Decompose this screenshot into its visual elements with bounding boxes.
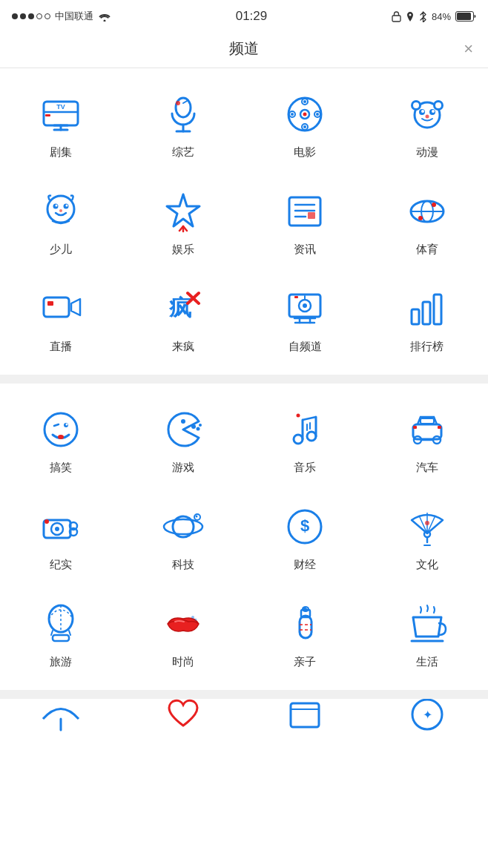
live-icon: [39, 287, 82, 330]
sports-icon-wrap: [403, 188, 451, 235]
svg-rect-50: [308, 212, 315, 219]
svg-text:$: $: [300, 516, 309, 535]
movie-icon-wrap: [281, 91, 329, 138]
car-label: 汽车: [416, 461, 438, 475]
travel-label: 旅游: [50, 655, 72, 669]
drama-label: 剧集: [50, 145, 72, 160]
channel-parent[interactable]: 亲子: [244, 585, 366, 683]
secondary-section: 搞笑 游戏: [0, 384, 488, 690]
ent-icon: [162, 190, 205, 233]
channel-car[interactable]: 汽车: [366, 391, 489, 488]
finance-label: 财经: [294, 558, 316, 572]
primary-grid: TV 剧集 综艺: [0, 76, 488, 367]
signal-dots: [12, 13, 50, 19]
svg-point-21: [303, 100, 306, 103]
parent-icon-wrap: [281, 600, 329, 648]
svg-point-55: [418, 216, 423, 220]
svg-rect-96: [413, 426, 417, 429]
finance-icon: $: [283, 505, 326, 548]
life-icon-wrap: [403, 600, 451, 648]
drama-icon-wrap: TV: [37, 91, 85, 138]
channel-life[interactable]: 生活: [366, 585, 489, 683]
rank-icon-wrap: [403, 285, 451, 332]
channel-music[interactable]: 音乐: [244, 391, 366, 488]
channel-fashion[interactable]: 时尚: [122, 585, 245, 683]
svg-point-40: [66, 205, 68, 207]
svg-rect-97: [438, 426, 441, 429]
close-button[interactable]: ×: [464, 41, 473, 57]
channel-drama[interactable]: TV 剧集: [0, 76, 122, 173]
svg-point-90: [297, 414, 300, 418]
svg-point-80: [191, 424, 196, 429]
svg-line-119: [51, 631, 53, 635]
extra1-icon: [39, 699, 82, 736]
wifi-icon: [98, 11, 111, 22]
mychan-icon-wrap: [281, 285, 329, 332]
channel-variety[interactable]: 综艺: [122, 76, 245, 173]
anime-icon: [406, 93, 449, 136]
channel-mychan[interactable]: 自频道: [244, 270, 366, 367]
svg-rect-72: [423, 302, 430, 324]
dot1: [12, 13, 18, 19]
svg-point-29: [413, 102, 419, 108]
channel-culture[interactable]: 文化: [366, 488, 489, 585]
funny-label: 搞笑: [50, 461, 72, 475]
game-icon: [162, 408, 205, 451]
svg-point-13: [176, 101, 180, 105]
live-label: 直播: [50, 340, 72, 354]
game-icon-wrap: [159, 406, 207, 453]
channel-news[interactable]: 资讯: [244, 173, 366, 270]
drama-icon: TV: [39, 93, 82, 136]
svg-marker-42: [167, 194, 200, 226]
doc-icon-wrap: [37, 503, 85, 550]
channel-anime[interactable]: 动漫: [366, 76, 489, 173]
svg-point-79: [181, 419, 185, 424]
svg-rect-58: [47, 301, 53, 306]
svg-rect-121: [53, 635, 69, 641]
svg-point-124: [194, 619, 197, 621]
svg-point-41: [59, 209, 62, 212]
variety-icon-wrap: [159, 91, 207, 138]
channel-tech[interactable]: 科技: [122, 488, 245, 585]
ent-label: 娱乐: [172, 243, 194, 257]
svg-point-35: [425, 115, 429, 119]
channel-crazy[interactable]: 疯 来疯: [122, 270, 245, 367]
rank-label: 排行榜: [410, 340, 444, 354]
music-icon-wrap: [281, 406, 329, 453]
section-divider: [0, 375, 488, 384]
svg-text:✦: ✦: [422, 708, 432, 721]
movie-icon: [283, 93, 326, 136]
svg-point-82: [199, 424, 202, 427]
car-icon: [406, 408, 449, 451]
channel-doc[interactable]: 纪实: [0, 488, 122, 585]
channel-travel[interactable]: 旅游: [0, 585, 122, 683]
svg-point-22: [303, 125, 306, 128]
channel-extra3[interactable]: [244, 699, 366, 736]
channel-rank[interactable]: 排行榜: [366, 270, 489, 367]
channel-extra1[interactable]: [0, 699, 122, 736]
channel-sports[interactable]: 体育: [366, 173, 489, 270]
channel-finance[interactable]: $ 财经: [244, 488, 366, 585]
battery-label: 84%: [432, 11, 451, 22]
channel-extra2[interactable]: [122, 699, 245, 736]
channel-kids[interactable]: 少儿: [0, 173, 122, 270]
svg-rect-56: [44, 297, 69, 317]
svg-rect-6: [45, 114, 50, 116]
svg-line-87: [303, 417, 316, 420]
svg-point-123: [191, 616, 194, 619]
anime-label: 动漫: [416, 145, 438, 160]
svg-line-120: [69, 631, 70, 635]
svg-rect-2: [457, 13, 471, 20]
channel-game[interactable]: 游戏: [122, 391, 245, 488]
channel-funny[interactable]: 搞笑: [0, 391, 122, 488]
dot5: [44, 13, 50, 19]
channel-movie[interactable]: 电影: [244, 76, 366, 173]
crazy-icon-wrap: 疯: [159, 285, 207, 332]
channel-ent[interactable]: 娱乐: [122, 173, 245, 270]
channel-live[interactable]: 直播: [0, 270, 122, 367]
channel-extra4[interactable]: ✦: [366, 699, 489, 736]
variety-icon: [162, 93, 205, 136]
svg-point-25: [303, 113, 307, 116]
secondary-grid: 搞笑 游戏: [0, 391, 488, 683]
svg-rect-132: [291, 703, 319, 727]
